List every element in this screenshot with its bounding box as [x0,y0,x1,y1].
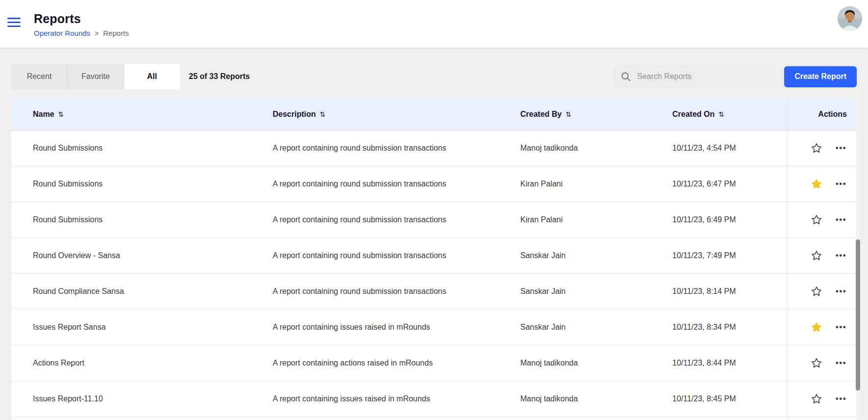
hamburger-menu-icon[interactable] [7,18,22,27]
table-row[interactable]: Round Submissions A report containing ro… [11,202,857,238]
tab-all[interactable]: All [124,64,180,89]
create-report-button[interactable]: Create Report [784,66,857,87]
column-label: Name [33,110,54,119]
sort-icon[interactable]: ⇅ [718,110,724,118]
star-icon [811,393,822,405]
user-avatar[interactable] [838,6,862,31]
table-body: Round Submissions A report containing ro… [11,131,857,420]
report-created-on: 10/11/23, 6:49 PM [672,215,788,224]
report-description: A report containing round submission tra… [273,287,520,296]
report-created-by: Manoj tadikonda [520,359,672,368]
report-created-on: 10/11/23, 8:45 PM [672,394,788,403]
favorite-star-button[interactable] [806,173,827,195]
reports-page: Reports Operator Rounds > Reports Recent… [0,0,868,420]
favorite-star-button[interactable] [806,209,827,231]
table-header-row: Name ⇅ Description ⇅ Created By ⇅ Create… [11,99,857,131]
star-icon [811,357,822,369]
report-description: A report containing round submission tra… [273,180,520,188]
star-icon [811,286,822,297]
favorite-star-button[interactable] [806,245,827,266]
sort-icon[interactable]: ⇅ [320,110,326,118]
search-icon [621,72,631,81]
tab-recent[interactable]: Recent [11,64,67,89]
tab-label: Favorite [81,72,110,81]
report-description: A report containing issues raised in mRo… [273,323,520,332]
sort-icon[interactable]: ⇅ [565,110,571,118]
report-name: Round Submissions [11,180,273,188]
table-row[interactable]: Actions Report A report containing actio… [11,345,857,381]
report-name: Round Submissions [11,144,273,153]
tab-label: All [147,72,157,81]
report-created-by: Sanskar Jain [520,323,672,332]
column-header-actions: Actions [788,99,857,130]
favorite-star-button[interactable] [806,352,827,374]
table-row-partial[interactable] [11,417,857,420]
table-row[interactable]: Round Submissions A report containing ro… [11,131,857,166]
row-actions: ••• [788,202,857,237]
favorite-star-button[interactable] [806,281,827,302]
report-created-on: 10/11/23, 7:49 PM [672,251,788,260]
favorite-star-button[interactable] [806,388,827,410]
star-icon [811,178,822,190]
report-created-on: 10/11/23, 4:54 PM [672,144,788,153]
report-name: Round Compliance Sansa [11,287,273,296]
sort-icon[interactable]: ⇅ [58,110,64,118]
favorite-star-button[interactable] [806,137,827,159]
column-label: Created On [672,110,715,119]
row-actions: ••• [788,310,857,345]
column-header-created-by[interactable]: Created By ⇅ [520,99,672,130]
report-created-by: Manoj tadikonda [520,144,672,153]
table-row[interactable]: Issues Report Sansa A report containing … [11,310,857,345]
more-options-button[interactable]: ••• [830,388,852,410]
row-actions: ••• [788,238,857,273]
report-description: A report containing round submission tra… [273,144,520,153]
reports-count: 25 of 33 Reports [189,72,250,81]
main-content: Recent Favorite All 25 of 33 Reports Cre… [0,48,868,420]
star-icon [811,142,822,154]
table-row[interactable]: Round Overview - Sansa A report containi… [11,238,857,274]
more-options-button[interactable]: ••• [830,316,852,338]
favorite-star-button[interactable] [806,316,827,338]
column-label: Description [273,110,316,119]
report-description: A report containing issues raised in mRo… [273,394,520,403]
page-title: Reports [34,12,129,26]
report-created-on: 10/11/23, 6:47 PM [672,180,788,188]
scrollbar-thumb[interactable] [856,239,860,391]
report-description: A report containing round submission tra… [273,251,520,260]
report-description: A report containing round submission tra… [273,215,520,224]
breadcrumb-operator-rounds[interactable]: Operator Rounds [34,29,90,37]
report-name: Round Overview - Sansa [11,251,273,260]
table-row[interactable]: Round Submissions A report containing ro… [11,166,857,202]
report-created-on: 10/11/23, 8:44 PM [672,359,788,368]
row-actions: ••• [788,381,857,417]
more-options-button[interactable]: ••• [830,245,852,266]
row-actions [788,417,857,420]
row-actions: ••• [788,166,857,202]
more-options-button[interactable]: ••• [830,173,852,195]
column-label: Created By [520,110,562,119]
more-options-button[interactable]: ••• [830,352,852,374]
row-actions: ••• [788,274,857,309]
more-options-button[interactable]: ••• [830,137,852,159]
row-actions: ••• [788,131,857,166]
more-options-button[interactable]: ••• [830,281,852,302]
scrollbar-track[interactable] [856,88,860,420]
search-input[interactable] [636,72,769,81]
tab-favorite[interactable]: Favorite [67,64,124,89]
hamburger-bar [7,26,21,27]
column-header-name[interactable]: Name ⇅ [11,99,273,130]
star-icon [811,250,822,262]
column-header-description[interactable]: Description ⇅ [273,99,520,130]
report-description: A report containing actions raised in mR… [273,359,520,368]
table-row[interactable]: Round Compliance Sansa A report containi… [11,274,857,310]
table-row[interactable]: Issues Report-11.10 A report containing … [11,381,857,417]
report-created-by: Kiran Palani [520,180,672,188]
search-box[interactable] [613,66,776,87]
breadcrumb-current: Reports [103,29,129,37]
column-header-created-on[interactable]: Created On ⇅ [672,99,788,130]
report-name: Issues Report Sansa [11,323,273,332]
more-options-button[interactable]: ••• [830,209,852,231]
tab-label: Recent [27,72,52,81]
title-block: Reports Operator Rounds > Reports [34,12,129,37]
toolbar: Recent Favorite All 25 of 33 Reports Cre… [11,64,857,89]
